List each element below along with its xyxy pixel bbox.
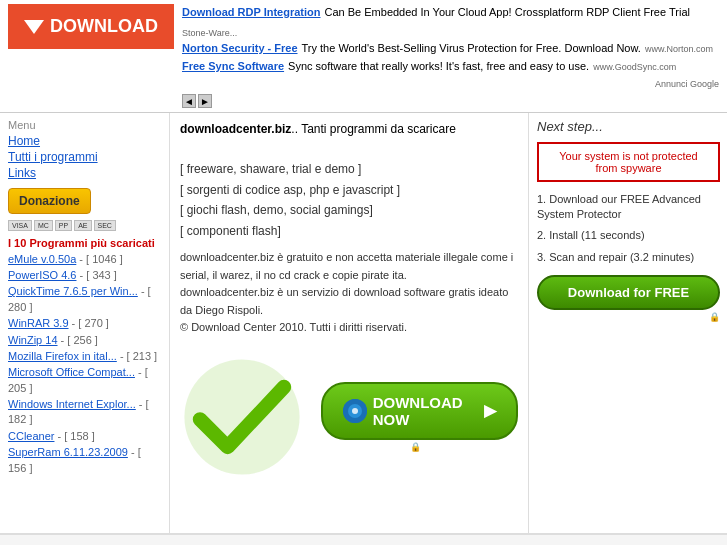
pp-icon: PP: [55, 220, 72, 231]
description-1: downloadcenter.biz è gratuito e non acce…: [180, 251, 513, 281]
top10-item-6: Mozilla Firefox in ital... - [ 213 ]: [8, 349, 161, 364]
nav-arrows: ◄ ►: [182, 94, 719, 108]
download-arrow-icon: [24, 20, 44, 34]
top10-item-10: SuperRam 6.11.23.2009 - [ 156 ]: [8, 445, 161, 476]
ad-body-2: Try the World's Best-Selling Virus Prote…: [302, 40, 641, 58]
ad-body-1: Can Be Embedded In Your Cloud App! Cross…: [325, 4, 690, 22]
ad-small-1: Stone-Ware...: [182, 26, 237, 40]
lock-icon-small: 🔒: [410, 442, 421, 452]
top10-link-3[interactable]: QuickTime 7.6.5 per Win...: [8, 285, 138, 297]
top10-count-2: - [ 343 ]: [80, 269, 117, 281]
top10-link-4[interactable]: WinRAR 3.9: [8, 317, 69, 329]
category-2: [ sorgenti di codice asp, php e javascri…: [180, 183, 400, 197]
top10-link-8[interactable]: Windows Internet Explor...: [8, 398, 136, 410]
top10-title: I 10 Programmi più scaricati: [8, 237, 161, 249]
next-step-panel: Next step... Your system is not protecte…: [528, 113, 727, 533]
next-step-title: Next step...: [537, 119, 720, 134]
download-now-button[interactable]: DOWNLOAD NOW ▶: [321, 382, 518, 440]
main-layout: Menu Home Tutti i programmi Links Donazi…: [0, 113, 727, 533]
top10-link-1[interactable]: eMule v.0.50a: [8, 253, 76, 265]
nav-home[interactable]: Home: [8, 134, 161, 148]
copyright-text: © Download Center 2010. Tutti i diritti …: [180, 321, 407, 333]
top10-item-1: eMule v.0.50a - [ 1046 ]: [8, 252, 161, 267]
site-tagline: .. Tanti programmi da scaricare: [291, 122, 456, 136]
top10-item-9: CCleaner - [ 158 ]: [8, 429, 161, 444]
svg-point-3: [352, 408, 358, 414]
ad-row-3: Free Sync Software Sync software that re…: [182, 58, 719, 76]
payment-icons: VISA MC PP AE SEC: [8, 220, 161, 231]
nav-next-btn[interactable]: ►: [198, 94, 212, 108]
top10-item-4: WinRAR 3.9 - [ 270 ]: [8, 316, 161, 331]
step-1: 1. Download our FREE Advanced System Pro…: [537, 192, 720, 223]
top10-item-8: Windows Internet Explor... - [ 182 ]: [8, 397, 161, 428]
bottom-area: Diego Rispoli™ Cerca tra i software disp…: [0, 533, 727, 545]
nav-all-programs[interactable]: Tutti i programmi: [8, 150, 161, 164]
spyware-warning: Your system is not protected from spywar…: [537, 142, 720, 182]
ad-title-2[interactable]: Norton Security - Free: [182, 40, 298, 58]
ad-small-2: www.Norton.com: [645, 42, 713, 56]
site-name: downloadcenter.biz: [180, 122, 291, 136]
checkmark-svg: [182, 357, 302, 477]
menu-label: Menu: [8, 119, 161, 131]
content-footer-text: downloadcenter.biz è gratuito e non acce…: [180, 249, 518, 337]
ad-links: Download RDP Integration Can Be Embedded…: [182, 4, 719, 108]
top10-link-5[interactable]: WinZip 14: [8, 334, 58, 346]
annunci-text: Annunci Google: [655, 79, 719, 89]
top10-item-2: PowerISO 4.6 - [ 343 ]: [8, 268, 161, 283]
content-text: downloadcenter.biz.. Tanti programmi da …: [180, 119, 518, 241]
category-4: [ componenti flash]: [180, 224, 281, 238]
top10-item-5: WinZip 14 - [ 256 ]: [8, 333, 161, 348]
top-banner: DOWNLOAD Download RDP Integration Can Be…: [0, 0, 727, 113]
ad-body-3: Sync software that really works! It's fa…: [288, 58, 589, 76]
ad-title-1[interactable]: Download RDP Integration: [182, 4, 321, 22]
top10-link-9[interactable]: CCleaner: [8, 430, 54, 442]
ad-row-2: Norton Security - Free Try the World's B…: [182, 40, 719, 58]
top10-link-6[interactable]: Mozilla Firefox in ital...: [8, 350, 117, 362]
content-area: downloadcenter.biz.. Tanti programmi da …: [170, 113, 528, 533]
step-2: 2. Install (11 seconds): [537, 228, 720, 243]
top10-link-7[interactable]: Microsoft Office Compat...: [8, 366, 135, 378]
sidebar: Menu Home Tutti i programmi Links Donazi…: [0, 113, 170, 533]
category-1: [ freeware, shaware, trial e demo ]: [180, 162, 361, 176]
nav-prev-btn[interactable]: ◄: [182, 94, 196, 108]
top10-count-5: - [ 256 ]: [61, 334, 98, 346]
checkmark-area: DOWNLOAD NOW ▶ 🔒: [180, 347, 518, 487]
download-logo: DOWNLOAD: [8, 4, 174, 49]
download-now-label: DOWNLOAD NOW: [373, 394, 478, 428]
top10-count-9: - [ 158 ]: [58, 430, 95, 442]
category-3: [ giochi flash, demo, social gamings]: [180, 203, 373, 217]
secure-icon: SEC: [94, 220, 116, 231]
free-download-button[interactable]: Download for FREE: [537, 275, 720, 310]
description-2: downloadcenter.biz è un servizio di down…: [180, 286, 508, 316]
top10-count-4: - [ 270 ]: [72, 317, 109, 329]
donate-button[interactable]: Donazione: [8, 188, 91, 214]
top10-item-3: QuickTime 7.6.5 per Win... - [ 280 ]: [8, 284, 161, 315]
ad-row-1: Download RDP Integration Can Be Embedded…: [182, 4, 719, 40]
big-checkmark: [180, 347, 305, 487]
lock-icon-right: 🔒: [537, 312, 720, 322]
top10-link-10[interactable]: SuperRam 6.11.23.2009: [8, 446, 128, 458]
visa-icon: VISA: [8, 220, 32, 231]
top10-count-6: - [ 213 ]: [120, 350, 157, 362]
ad-small-3: www.GoodSync.com: [593, 60, 676, 74]
download-logo-text: DOWNLOAD: [50, 16, 158, 37]
ae-icon: AE: [74, 220, 91, 231]
google-annunci: Annunci Google: [182, 77, 719, 91]
mc-icon: MC: [34, 220, 53, 231]
top10-item-7: Microsoft Office Compat... - [ 205 ]: [8, 365, 161, 396]
top10-link-2[interactable]: PowerISO 4.6: [8, 269, 76, 281]
top10-count-1: - [ 1046 ]: [79, 253, 122, 265]
download-arrow-right-icon: ▶: [484, 401, 496, 420]
nav-links[interactable]: Links: [8, 166, 161, 180]
babylon-logo: [343, 399, 367, 423]
ad-title-3[interactable]: Free Sync Software: [182, 58, 284, 76]
step-3: 3. Scan and repair (3.2 minutes): [537, 250, 720, 265]
